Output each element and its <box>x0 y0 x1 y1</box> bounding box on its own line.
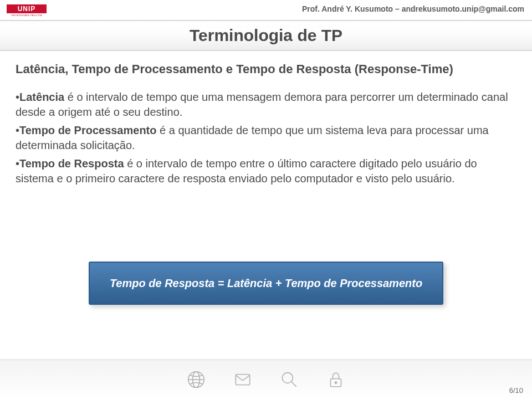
mail-icon <box>231 367 255 392</box>
footer-bar <box>0 359 532 399</box>
page-title: Terminologia de TP <box>190 26 342 45</box>
svg-rect-3 <box>236 375 249 385</box>
formula-text: Tempo de Resposta = Latência + Tempo de … <box>110 277 422 290</box>
bullet-latencia: •Latência é o intervalo de tempo que uma… <box>16 90 516 120</box>
term-processamento: Tempo de Processamento <box>19 124 156 136</box>
svg-line-5 <box>291 382 296 387</box>
unip-logo: UNIP UNIVERSIDADE PAULISTA <box>7 4 47 17</box>
globe-icon <box>184 367 208 392</box>
svg-point-7 <box>335 382 336 383</box>
term-latencia: Latência <box>19 91 64 103</box>
title-bar: Terminologia de TP <box>0 20 532 51</box>
lock-icon <box>324 367 348 392</box>
logo-brand: UNIP <box>7 4 47 13</box>
search-icon <box>277 367 301 392</box>
term-resposta: Tempo de Resposta <box>19 157 124 170</box>
logo-subtitle: UNIVERSIDADE PAULISTA <box>7 14 47 17</box>
page-number: 6/10 <box>509 386 523 395</box>
author-line: Prof. André Y. Kusumoto – andrekusumoto.… <box>302 4 524 13</box>
desc-latencia: é o intervalo de tempo que uma mensagem … <box>16 91 508 118</box>
bullet-resposta: •Tempo de Resposta é o intervalo de temp… <box>16 156 516 186</box>
bullet-processamento: •Tempo de Processamento é a quantidade d… <box>16 123 516 153</box>
formula-box: Tempo de Resposta = Latência + Tempo de … <box>89 262 443 305</box>
content-area: Latência, Tempo de Processamento e Tempo… <box>16 62 516 190</box>
svg-point-4 <box>282 372 293 383</box>
subtitle: Latência, Tempo de Processamento e Tempo… <box>16 62 516 76</box>
